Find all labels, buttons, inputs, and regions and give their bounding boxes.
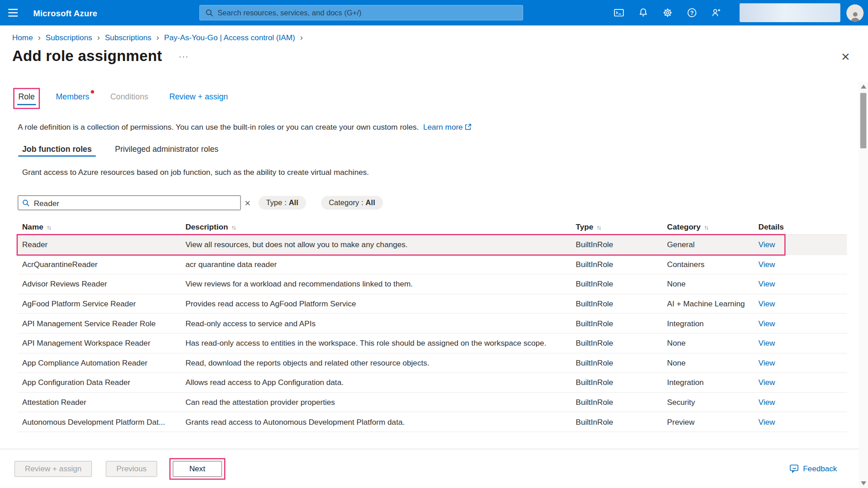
- tab-role[interactable]: Role: [18, 92, 35, 108]
- notifications-button[interactable]: [631, 0, 656, 25]
- role-description: View reviews for a workload and recommen…: [181, 280, 571, 289]
- table-row[interactable]: API Management Service Reader RoleRead-o…: [18, 314, 847, 334]
- role-description: Allows read access to App Configuration …: [181, 378, 571, 387]
- role-name: Reader: [18, 240, 181, 249]
- column-header-type[interactable]: Type↑↓: [571, 222, 663, 231]
- table-header: Name↑↓ Description↑↓ Type↑↓ Category↑↓ D…: [18, 219, 847, 235]
- role-details: View: [754, 418, 847, 427]
- role-name: AcrQuarantineReader: [18, 260, 181, 269]
- view-link[interactable]: View: [759, 300, 775, 309]
- column-header-description[interactable]: Description↑↓: [181, 222, 571, 231]
- category-filter[interactable]: Category:All: [321, 196, 383, 210]
- role-details: View: [754, 280, 847, 289]
- next-button[interactable]: Next: [173, 460, 222, 477]
- table-row[interactable]: Autonomous Development Platform Dat...Gr…: [18, 413, 847, 432]
- page-title: Add role assignment: [12, 47, 162, 65]
- view-link[interactable]: View: [759, 398, 775, 407]
- scroll-up-arrow[interactable]: [860, 84, 866, 89]
- cloud-shell-icon: [613, 7, 624, 18]
- view-link[interactable]: View: [759, 378, 775, 387]
- bell-icon: [638, 7, 649, 18]
- role-description: acr quarantine data reader: [181, 260, 571, 269]
- tab-privileged-administrator-roles[interactable]: Privileged administrator roles: [111, 145, 222, 160]
- breadcrumb: Home › Subscriptions › Subscriptions › P…: [0, 25, 868, 42]
- role-details: View: [754, 358, 847, 367]
- column-header-category[interactable]: Category↑↓: [663, 222, 754, 231]
- search-icon: [205, 9, 213, 17]
- learn-more-link[interactable]: Learn more: [423, 122, 472, 131]
- role-category: None: [663, 339, 754, 348]
- role-details: View: [754, 319, 847, 328]
- help-icon: ?: [686, 7, 697, 18]
- breadcrumb-home[interactable]: Home: [12, 33, 33, 42]
- type-filter[interactable]: Type:All: [258, 196, 306, 210]
- table-row[interactable]: Advisor Reviews ReaderView reviews for a…: [18, 275, 847, 295]
- settings-button[interactable]: [656, 0, 680, 25]
- role-details: View: [754, 260, 847, 269]
- role-category: AI + Machine Learning: [663, 300, 754, 309]
- table-row[interactable]: ReaderView all resources, but does not a…: [18, 235, 847, 255]
- tab-label: Role: [18, 92, 35, 101]
- role-name: API Management Service Reader Role: [18, 319, 181, 328]
- view-link[interactable]: View: [759, 418, 775, 427]
- tab-bar: Role Members Conditions Review + assign: [18, 92, 868, 108]
- view-link[interactable]: View: [759, 358, 775, 367]
- avatar[interactable]: [846, 4, 863, 21]
- role-description: View all resources, but does not allow y…: [181, 240, 571, 249]
- breadcrumb-subscriptions-2[interactable]: Subscriptions: [105, 33, 151, 42]
- breadcrumb-iam[interactable]: Pay-As-You-Go | Access control (IAM): [164, 33, 295, 42]
- tab-review-assign[interactable]: Review + assign: [169, 92, 228, 108]
- tab-label: Conditions: [110, 92, 148, 101]
- product-title: Microsoft Azure: [33, 8, 97, 18]
- view-link[interactable]: View: [759, 319, 775, 328]
- role-table-body: ReaderView all resources, but does not a…: [18, 235, 847, 432]
- gear-icon: [662, 7, 673, 18]
- role-type: BuiltInRole: [571, 339, 663, 348]
- clear-search-button[interactable]: ×: [245, 198, 250, 208]
- role-search-box: [18, 195, 241, 210]
- table-row[interactable]: AgFood Platform Service ReaderProvides r…: [18, 294, 847, 314]
- table-row[interactable]: API Management Workspace ReaderHas read-…: [18, 333, 847, 353]
- column-header-name[interactable]: Name↑↓: [18, 222, 181, 231]
- role-type: BuiltInRole: [571, 240, 663, 249]
- close-button[interactable]: ×: [841, 49, 850, 63]
- role-name: App Compliance Automation Reader: [18, 358, 181, 367]
- chevron-right-icon: ›: [38, 33, 41, 42]
- table-row[interactable]: AcrQuarantineReaderacr quarantine data r…: [18, 255, 847, 275]
- breadcrumb-subscriptions[interactable]: Subscriptions: [46, 33, 92, 42]
- role-description: Can read the attestation provider proper…: [181, 398, 571, 407]
- portal-menu-button[interactable]: [0, 0, 25, 25]
- cloud-shell-button[interactable]: [607, 0, 631, 25]
- table-row[interactable]: App Compliance Automation ReaderRead, do…: [18, 353, 847, 373]
- table-row[interactable]: App Configuration Data ReaderAllows read…: [18, 373, 847, 393]
- view-link[interactable]: View: [759, 240, 775, 249]
- global-search-input[interactable]: [217, 9, 517, 17]
- scrollbar-thumb[interactable]: [860, 93, 866, 148]
- view-link[interactable]: View: [759, 339, 775, 348]
- table-row[interactable]: Attestation ReaderCan read the attestati…: [18, 393, 847, 413]
- scrollbar[interactable]: [859, 82, 868, 488]
- feedback-link[interactable]: Feedback: [789, 464, 837, 474]
- hamburger-icon: [8, 9, 18, 10]
- tab-members[interactable]: Members: [56, 92, 89, 108]
- role-search-input[interactable]: [34, 198, 236, 207]
- tab-label: Members: [56, 92, 89, 101]
- role-type: BuiltInRole: [571, 260, 663, 269]
- column-header-details: Details: [754, 222, 847, 231]
- role-type: BuiltInRole: [571, 300, 663, 309]
- search-icon: [22, 199, 30, 206]
- view-link[interactable]: View: [759, 280, 775, 289]
- more-options-button[interactable]: ···: [179, 52, 189, 61]
- person-icon: [849, 10, 861, 21]
- scroll-down-arrow[interactable]: [860, 481, 866, 485]
- feedback-button[interactable]: [704, 0, 729, 25]
- sort-icon: ↑↓: [704, 224, 708, 230]
- svg-text:?: ?: [690, 10, 693, 16]
- tab-job-function-roles[interactable]: Job function roles: [18, 145, 95, 160]
- role-details: View: [754, 339, 847, 348]
- global-search: [199, 5, 523, 20]
- person-feedback-icon: [711, 7, 722, 18]
- view-link[interactable]: View: [759, 260, 775, 269]
- role-name: AgFood Platform Service Reader: [18, 300, 181, 309]
- help-button[interactable]: ?: [680, 0, 704, 25]
